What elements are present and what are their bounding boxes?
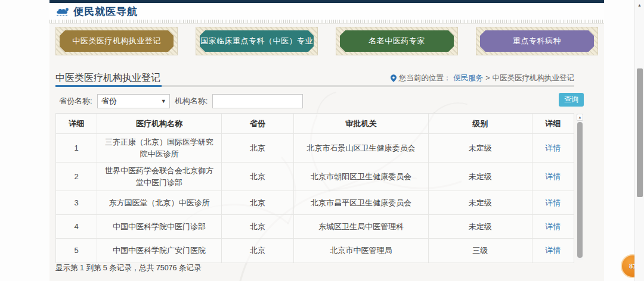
cell-province: 北京	[222, 191, 295, 214]
cell-province: 北京	[222, 239, 295, 263]
table-row: 2 世界中医药学会联合会北京御方堂中医门诊部 北京 北京市朝阳区卫生健康委员会 …	[56, 163, 574, 191]
detail-link[interactable]: 详情	[545, 171, 561, 183]
cell-authority: 北京市中医管理局	[294, 239, 429, 263]
record-summary: 显示第 1 到第 5 条记录，总共 75076 条记录	[55, 263, 202, 273]
detail-link[interactable]: 详情	[545, 245, 561, 257]
nav-button-famous-experts[interactable]: 名老中医药专家	[336, 27, 458, 55]
table-header-row: 详细 医疗机构名称 省份 审批机关 级别 详细	[56, 114, 574, 134]
org-name-input[interactable]	[212, 94, 303, 108]
cell-authority: 北京市石景山区卫生健康委员会	[294, 134, 429, 162]
header-institution-name: 医疗机构名称	[97, 114, 221, 133]
section-header: 中医类医疗机构执业登记 您当前的位置： 便民服务 > 中医类医疗机构执业登记	[55, 70, 574, 86]
cloud-icon	[55, 7, 70, 16]
cell-level: 未定级	[429, 215, 532, 238]
cell-level: 未定级	[429, 163, 532, 191]
location-pin-icon	[391, 74, 397, 82]
cell-no: 3	[56, 191, 97, 214]
cell-province: 北京	[222, 134, 295, 162]
org-name-label: 机构名称:	[175, 96, 208, 107]
cell-institution-name: 三齐正康（北京）国际医学研究院中医诊所	[97, 134, 221, 162]
filter-bar: 省份名称: 省份 ▼ 机构名称: 查询	[55, 90, 580, 112]
site-header: 便民就医导航	[49, 3, 604, 20]
province-label: 省份名称:	[59, 96, 92, 107]
header-detail: 详细	[532, 114, 574, 133]
scroll-up-arrow-icon[interactable]: ▲	[635, 1, 644, 10]
province-select-value: 省份	[101, 96, 117, 105]
breadcrumb-separator: >	[485, 74, 490, 82]
table-row: 1 三齐正康（北京）国际医学研究院中医诊所 北京 北京市石景山区卫生健康委员会 …	[56, 134, 574, 163]
institutions-table: 详细 医疗机构名称 省份 审批机关 级别 详细 1 三齐正康（北京）国际医学研究…	[55, 113, 574, 263]
nav-button-registration[interactable]: 中医类医疗机构执业登记	[55, 27, 178, 55]
header-authority: 审批机关	[294, 114, 429, 133]
cell-institution-name: 中国中医科学院广安门医院	[97, 239, 221, 263]
cell-institution-name: 世界中医药学会联合会北京御方堂中医门诊部	[97, 163, 221, 191]
cell-no: 4	[56, 215, 97, 238]
nav-button-label: 国家临床重点专科（中医）专业	[200, 30, 314, 52]
nav-button-label: 名老中医药专家	[340, 30, 454, 52]
nav-button-label: 中医类医疗机构执业登记	[60, 30, 174, 52]
chevron-down-icon: ▼	[161, 95, 166, 108]
table-row: 5 中国中医科学院广安门医院 北京 北京市中医管理局 三级 详情	[56, 239, 574, 263]
breadcrumb-current: 中医类医疗机构执业登记	[493, 73, 575, 83]
window-scrollbar-thumb[interactable]	[637, 68, 643, 197]
detail-link[interactable]: 详情	[545, 197, 561, 209]
cell-province: 北京	[222, 215, 295, 238]
cell-authority: 北京市朝阳区卫生健康委员会	[294, 163, 429, 191]
header-level: 级别	[429, 114, 532, 133]
cell-level: 未定级	[429, 191, 532, 214]
window-scrollbar[interactable]: ▲	[634, 0, 644, 281]
section-underline	[55, 85, 574, 87]
nav-button-key-diseases[interactable]: 重点专科病种	[476, 27, 598, 55]
decorative-border	[49, 20, 604, 24]
nav-button-key-specialty[interactable]: 国家临床重点专科（中医）专业	[196, 27, 318, 55]
cell-no: 5	[56, 239, 97, 263]
cell-level: 未定级	[429, 134, 532, 162]
table-scrollbar[interactable]: ▲	[577, 114, 583, 260]
detail-link[interactable]: 详情	[545, 221, 561, 233]
province-select[interactable]: 省份 ▼	[97, 94, 170, 108]
cell-province: 北京	[222, 163, 295, 191]
cell-no: 2	[56, 163, 97, 191]
content-area: 便民就医导航 中医类医疗机构执业登记 国家临床重点专科（中医）专业 名老中医药专…	[49, 0, 604, 281]
scroll-up-arrow-icon[interactable]: ▲	[577, 114, 583, 121]
nav-button-label: 重点专科病种	[480, 30, 594, 52]
cell-authority: 北京市昌平区卫生健康委员会	[294, 191, 429, 214]
section-title: 中医类医疗机构执业登记	[55, 72, 160, 85]
cell-institution-name: 中国中医科学院中医门诊部	[97, 215, 221, 238]
cell-institution-name: 东方国医堂（北京）中医诊所	[97, 191, 221, 214]
page: 便民就医导航 中医类医疗机构执业登记 国家临床重点专科（中医）专业 名老中医药专…	[0, 0, 644, 281]
breadcrumb: 您当前的位置： 便民服务 > 中医类医疗机构执业登记	[391, 73, 574, 83]
search-button[interactable]: 查询	[559, 93, 584, 107]
cell-no: 1	[56, 134, 97, 162]
cell-authority: 东城区卫生局中医管理科	[294, 215, 429, 238]
header-detail-no: 详细	[56, 114, 97, 133]
cell-level: 三级	[429, 239, 532, 263]
table-row: 4 中国中医科学院中医门诊部 北京 东城区卫生局中医管理科 未定级 详情	[56, 215, 574, 239]
table-row: 3 东方国医堂（北京）中医诊所 北京 北京市昌平区卫生健康委员会 未定级 详情	[56, 191, 574, 215]
breadcrumb-prefix: 您当前的位置：	[399, 73, 451, 83]
nav-buttons: 中医类医疗机构执业登记 国家临床重点专科（中医）专业 名老中医药专家 重点专科病…	[49, 27, 604, 58]
breadcrumb-link-service[interactable]: 便民服务	[453, 73, 483, 83]
table-scrollbar-thumb[interactable]	[577, 122, 583, 258]
header-province: 省份	[222, 114, 295, 133]
detail-link[interactable]: 详情	[545, 142, 561, 154]
page-title: 便民就医导航	[73, 5, 138, 18]
